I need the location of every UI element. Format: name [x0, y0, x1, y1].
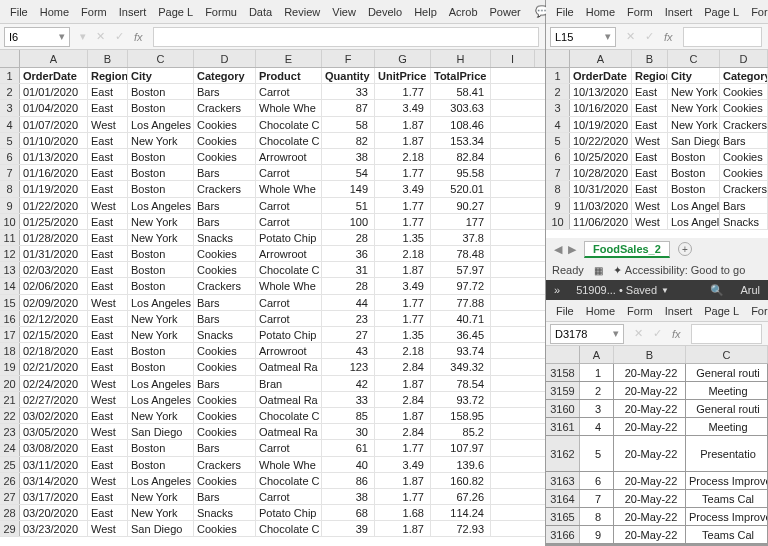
cell[interactable]: Boston — [128, 149, 194, 164]
cell[interactable]: 149 — [322, 181, 375, 196]
cell[interactable]: 9 — [580, 526, 614, 543]
name-box-left[interactable]: I6▾ — [4, 27, 70, 47]
ribbon-tab-insert[interactable]: Insert — [113, 3, 153, 21]
cell[interactable]: Whole Whe — [256, 100, 322, 115]
cell[interactable]: 03/08/2020 — [20, 440, 88, 455]
cell[interactable]: 1.87 — [375, 408, 431, 423]
cell[interactable]: 8 — [580, 508, 614, 525]
ribbon-tab-formu[interactable]: Formu — [199, 3, 243, 21]
cell[interactable]: Chocolate C — [256, 133, 322, 148]
cell[interactable]: Los Angeles — [128, 198, 194, 213]
cell[interactable]: OrderDate — [570, 68, 632, 83]
cell[interactable]: East — [632, 84, 668, 99]
cell[interactable]: Arrowroot — [256, 149, 322, 164]
row-header[interactable]: 6 — [546, 149, 570, 164]
cell[interactable]: East — [88, 214, 128, 229]
cell[interactable]: 03/20/2020 — [20, 505, 88, 520]
cell[interactable]: Bars — [194, 311, 256, 326]
cell[interactable]: 10/28/2020 — [570, 165, 632, 180]
accessibility-status[interactable]: ✦Accessibility: Good to go — [613, 264, 745, 277]
cell[interactable]: Los Angeles — [128, 295, 194, 310]
cell[interactable]: 51 — [322, 198, 375, 213]
cell[interactable]: East — [88, 181, 128, 196]
cell[interactable]: UnitPrice — [375, 68, 431, 83]
col-header-D[interactable]: D — [194, 50, 256, 67]
row-header[interactable]: 7 — [0, 165, 20, 180]
cell[interactable]: 1.77 — [375, 214, 431, 229]
cell[interactable]: Boston — [128, 100, 194, 115]
grid-right-top[interactable]: 1OrderDateRegionCityCategory210/13/2020E… — [546, 68, 768, 230]
ribbon-tab-page l[interactable]: Page L — [152, 3, 199, 21]
cell[interactable]: 10/22/2020 — [570, 133, 632, 148]
cell[interactable]: 123 — [322, 359, 375, 374]
cell[interactable]: 30 — [322, 424, 375, 439]
grid-left[interactable]: 1OrderDateRegionCityCategoryProductQuant… — [0, 68, 545, 537]
cell[interactable]: General routi — [686, 364, 768, 381]
cell[interactable]: 01/07/2020 — [20, 117, 88, 132]
row-header[interactable]: 11 — [0, 230, 20, 245]
cell[interactable]: 1.77 — [375, 84, 431, 99]
cell[interactable]: Crackers — [720, 117, 768, 132]
row-header[interactable]: 3165 — [546, 508, 580, 525]
cell[interactable]: 3 — [580, 400, 614, 417]
row-header[interactable]: 3158 — [546, 364, 580, 381]
cell[interactable]: 1.77 — [375, 489, 431, 504]
cell[interactable]: 23 — [322, 311, 375, 326]
row-header[interactable]: 15 — [0, 295, 20, 310]
cell[interactable]: 1.87 — [375, 117, 431, 132]
cell[interactable]: East — [88, 359, 128, 374]
ribbon-tab-file[interactable]: File — [550, 3, 580, 21]
cell[interactable]: Region — [88, 68, 128, 83]
cell[interactable]: 86 — [322, 473, 375, 488]
cell[interactable]: 43 — [322, 343, 375, 358]
cell[interactable]: 20-May-22 — [614, 418, 686, 435]
cell[interactable]: Crackers — [194, 100, 256, 115]
cell[interactable]: 90.27 — [431, 198, 491, 213]
col-header-F[interactable]: F — [322, 50, 375, 67]
row-header[interactable]: 3160 — [546, 400, 580, 417]
cell[interactable]: Meeting — [686, 418, 768, 435]
cell[interactable]: New York — [668, 100, 720, 115]
cell[interactable]: 97.72 — [431, 278, 491, 293]
cell[interactable]: East — [88, 100, 128, 115]
cell[interactable]: 20-May-22 — [614, 382, 686, 399]
cell[interactable]: 01/01/2020 — [20, 84, 88, 99]
row-header[interactable]: 9 — [0, 198, 20, 213]
cell[interactable]: Carrot — [256, 165, 322, 180]
cell[interactable]: East — [88, 457, 128, 472]
cell[interactable]: New York — [668, 117, 720, 132]
col-header-B[interactable]: B — [614, 346, 686, 363]
cancel-icon[interactable]: ✕ — [626, 30, 635, 43]
cell[interactable]: 28 — [322, 230, 375, 245]
cell[interactable]: Carrot — [256, 311, 322, 326]
cell[interactable]: Category — [720, 68, 768, 83]
cell[interactable]: 36.45 — [431, 327, 491, 342]
fx-icon[interactable]: fx — [134, 31, 143, 43]
cell[interactable]: 78.54 — [431, 376, 491, 391]
cell[interactable]: 2.18 — [375, 343, 431, 358]
cell[interactable]: West — [632, 214, 668, 229]
select-all-corner[interactable] — [546, 346, 580, 363]
row-header[interactable]: 1 — [546, 68, 570, 83]
col-header-B[interactable]: B — [88, 50, 128, 67]
cell[interactable]: San Diego — [668, 133, 720, 148]
ribbon-tab-page l[interactable]: Page L — [698, 302, 745, 320]
cell[interactable]: 1.77 — [375, 440, 431, 455]
cell[interactable]: Bars — [720, 133, 768, 148]
cell[interactable]: Chocolate C — [256, 521, 322, 536]
row-header[interactable]: 3 — [0, 100, 20, 115]
cell[interactable]: Carrot — [256, 295, 322, 310]
cell[interactable]: 33 — [322, 84, 375, 99]
cell[interactable]: East — [88, 408, 128, 423]
cell[interactable]: 38 — [322, 149, 375, 164]
row-header[interactable]: 3161 — [546, 418, 580, 435]
cell[interactable]: Cookies — [194, 246, 256, 261]
cell[interactable]: East — [88, 230, 128, 245]
row-header[interactable]: 7 — [546, 165, 570, 180]
cell[interactable]: 160.82 — [431, 473, 491, 488]
cell[interactable]: Boston — [128, 165, 194, 180]
cell[interactable]: 114.24 — [431, 505, 491, 520]
col-header-C[interactable]: C — [128, 50, 194, 67]
cell[interactable]: 36 — [322, 246, 375, 261]
cell[interactable]: 2.84 — [375, 392, 431, 407]
